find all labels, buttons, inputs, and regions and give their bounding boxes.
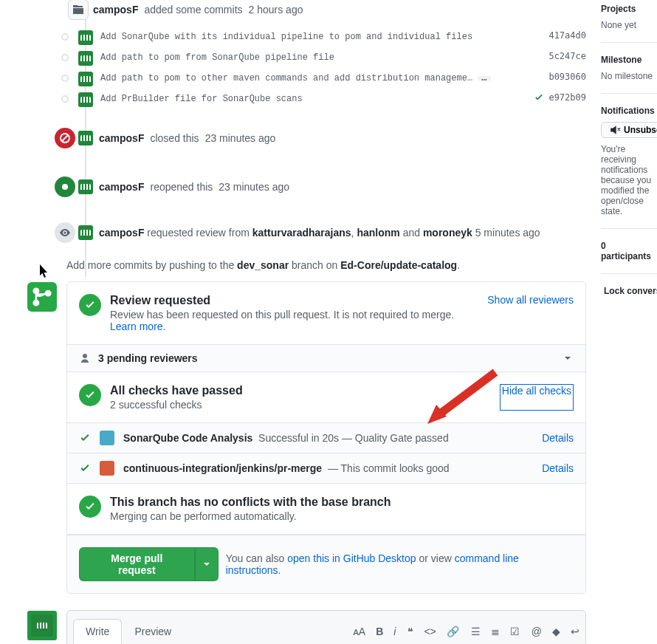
tab-preview[interactable]: Preview [122,619,184,644]
hide-all-checks-link[interactable]: Hide all checks [500,384,574,411]
commit-message[interactable]: Add PrBuilder file for SonarQube scans [100,92,526,106]
commit-message[interactable]: Add path to pom from SonarQube pipeline … [100,51,541,65]
sidebar-participants: 0 participants [601,241,657,261]
open-in-desktop-link[interactable]: open this in GitHub Desktop [287,552,416,564]
commit-row: Add SonarQube with its individual pipeli… [78,27,586,48]
avatar[interactable] [78,72,93,86]
timeline-closed-event: camposF closed this 23 minutes ago [78,126,586,150]
svg-point-2 [62,184,68,190]
avatar [27,611,57,640]
check-details-link[interactable]: Details [542,432,574,444]
avatar[interactable] [78,225,93,240]
timeline-review-requested-event: camposF requested review from katturvara… [78,221,586,244]
merge-pull-request-button[interactable]: Merge pull request [79,547,195,581]
check-row: continuous-integration/jenkins/pr-merge … [67,453,585,484]
commit-sha[interactable]: e972b09 [548,92,586,103]
lock-conversation-link[interactable]: Lock conversation [601,286,657,296]
sidebar-milestone-heading[interactable]: Milestone [601,55,657,65]
actor[interactable]: camposF [93,4,138,16]
commit-sha[interactable]: b093060 [548,72,586,82]
check-details-link[interactable]: Details [542,462,574,474]
unsubscribe-button[interactable]: Unsubscribe [601,122,657,138]
mute-icon [610,125,621,135]
expand-ellipsis[interactable]: … [478,76,490,80]
app-icon [100,431,114,445]
mention-icon[interactable]: @ [532,626,542,637]
sidebar-notifications-heading: Notifications [601,106,657,116]
person-icon [79,352,91,364]
check-circle-icon [79,384,101,406]
heading-icon[interactable]: ᴀA [353,626,365,637]
commit-message[interactable]: Add SonarQube with its individual pipeli… [100,30,541,44]
merge-status-box: Review requested Review has been request… [66,281,586,594]
commit-row: Add path to pom from SonarQube pipeline … [78,48,586,69]
eye-icon [53,221,77,244]
italic-icon[interactable]: i [393,626,396,637]
git-merge-icon [27,282,57,312]
chevron-down-icon [562,352,574,364]
commit-message[interactable]: Add path to pom to other maven commands … [100,72,541,86]
check-icon [534,92,544,103]
learn-more-link[interactable]: Learn more. [110,321,165,332]
review-requested-section: Review requested Review has been request… [67,282,585,345]
check-icon [79,432,91,444]
merge-action-row: Merge pull request You can also open thi… [67,535,585,593]
code-icon[interactable]: <> [424,626,436,637]
reference-icon[interactable]: ◆ [552,626,560,637]
reply-icon[interactable]: ↩ [571,626,579,637]
markdown-toolbar: ᴀA B i ❝ <> 🔗 ☰ ≣ ☑ @ [353,626,579,637]
svg-line-1 [63,136,68,141]
app-icon [100,461,114,476]
avatar[interactable] [78,131,93,145]
svg-point-4 [34,289,38,293]
comment-composer: Write Preview ᴀA B i ❝ <> 🔗 ☰ ≣ [66,610,586,644]
timeline-commits-header: camposF added some commits 2 hours ago [93,4,586,16]
avatar[interactable] [78,179,93,194]
check-circle-icon [79,294,101,316]
closed-icon [53,126,77,150]
push-hint: Add more commits by pushing to the dev_s… [66,259,586,271]
show-all-reviewers-link[interactable]: Show all reviewers [487,294,574,332]
ul-icon[interactable]: ☰ [471,626,481,637]
no-conflicts-section: This branch has no conflicts with the ba… [67,484,585,535]
commit-row: Add path to pom to other maven commands … [78,69,586,89]
bold-icon[interactable]: B [376,626,383,637]
reopened-icon [53,175,77,199]
svg-point-5 [34,301,38,305]
commit-sha[interactable]: 417a4d0 [548,30,586,41]
repo-push-icon [68,0,89,20]
avatar[interactable] [78,30,93,45]
svg-point-3 [64,232,66,234]
pending-reviewers-row[interactable]: 3 pending reviewers [67,345,585,372]
svg-point-6 [46,291,50,295]
check-icon [79,462,91,474]
mouse-cursor [40,264,49,278]
checks-section: All checks have passed 2 successful chec… [67,372,585,423]
ol-icon[interactable]: ≣ [491,626,500,637]
task-icon[interactable]: ☑ [510,626,520,637]
avatar[interactable] [78,51,93,66]
timeline-reopened-event: camposF reopened this 23 minutes ago [78,175,586,199]
quote-icon[interactable]: ❝ [407,626,413,637]
merge-dropdown-button[interactable] [195,547,219,581]
commit-sha[interactable]: 5c247ce [548,51,586,61]
commit-row: Add PrBuilder file for SonarQube scanse9… [78,89,586,110]
check-row: SonarQube Code Analysis Successful in 20… [67,423,585,453]
avatar[interactable] [78,92,93,107]
link-icon[interactable]: 🔗 [447,626,459,637]
tab-write[interactable]: Write [73,619,122,644]
sidebar-projects-heading[interactable]: Projects [601,4,657,14]
check-circle-icon [79,496,101,518]
